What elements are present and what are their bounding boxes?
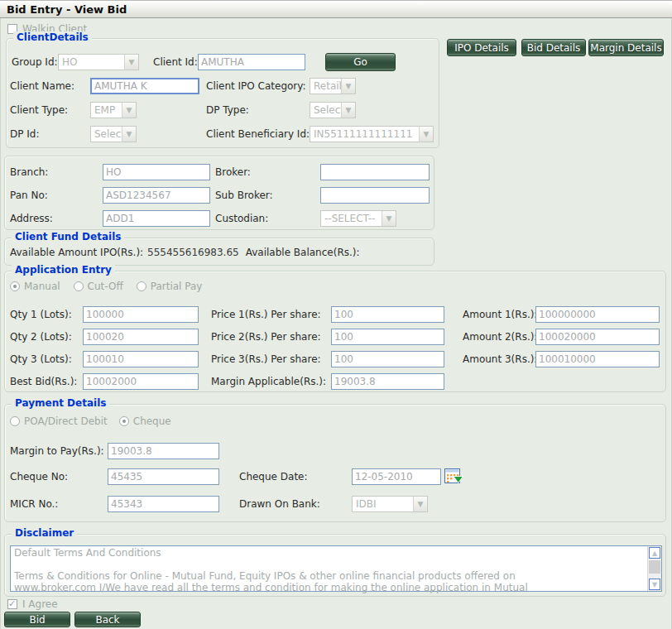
- manual-radio-label: Manual: [24, 281, 60, 292]
- client-beneficiary-id-value: IN55111111111111: [310, 128, 419, 140]
- disclaimer-line: Default Terms And Conditions: [14, 547, 645, 559]
- sub-broker-input[interactable]: [320, 187, 430, 204]
- amount3-input[interactable]: [535, 351, 660, 367]
- dp-type-select[interactable]: Select ▼: [310, 102, 356, 118]
- margin-to-pay-input[interactable]: [108, 443, 219, 459]
- client-id-label: Client Id:: [153, 56, 194, 68]
- disclaimer-scrollbar[interactable]: ▲ ▼: [647, 546, 661, 591]
- bid-button[interactable]: Bid: [4, 612, 70, 627]
- client-type-select[interactable]: EMP ▼: [90, 102, 137, 118]
- margin-details-button[interactable]: Margin Details: [588, 39, 664, 56]
- calendar-icon[interactable]: [444, 468, 463, 484]
- poa-direct-debit-radio[interactable]: [10, 416, 20, 426]
- client-name-input[interactable]: [90, 78, 199, 94]
- disclaimer-textarea[interactable]: Default Terms And Conditions Terms & Con…: [10, 545, 662, 592]
- disclaimer-legend: Disclaimer: [12, 527, 77, 539]
- scroll-up-button[interactable]: ▲: [649, 547, 660, 559]
- drawn-on-bank-select[interactable]: IDBI ▼: [352, 496, 428, 512]
- drawn-on-bank-label: Drawn On Bank:: [239, 498, 352, 510]
- manual-radio[interactable]: [10, 281, 20, 291]
- chevron-down-icon: ▼: [122, 127, 136, 142]
- main-content: Walkin Client IPO Details Bid Details Ma…: [0, 18, 672, 629]
- broker-input[interactable]: [320, 164, 430, 180]
- i-agree-checkbox[interactable]: [7, 599, 17, 609]
- dp-id-label: DP Id:: [10, 128, 90, 140]
- client-fund-details-legend: Client Fund Details: [12, 231, 124, 242]
- qty1-input[interactable]: [83, 306, 199, 323]
- payment-details-legend: Payment Details: [12, 397, 109, 409]
- dp-type-value: Select: [310, 104, 341, 116]
- branch-row: Branch: Broker:: [5, 161, 434, 184]
- qty1-label: Qty 1 (Lots):: [10, 309, 83, 320]
- client-details-section: ClientDetails Group Id: HO ▼ Client Id: …: [6, 38, 439, 148]
- cheque-no-label: Cheque No:: [10, 471, 108, 483]
- scrollbar-thumb[interactable]: [649, 560, 660, 574]
- chevron-down-icon: ▼: [341, 103, 355, 118]
- custodian-select[interactable]: --SELECT-- ▼: [320, 210, 396, 227]
- qty3-input[interactable]: [83, 351, 199, 367]
- amount2-input[interactable]: [535, 329, 660, 345]
- bid-row-1: Qty 1 (Lots): Price 1(Rs.) Per share: Am…: [5, 303, 665, 325]
- broker-label: Broker:: [215, 166, 320, 178]
- best-bid-label: Best Bid(Rs.):: [10, 376, 83, 387]
- branch-input[interactable]: [103, 164, 210, 180]
- chevron-down-icon: ▼: [341, 79, 355, 94]
- margin-applicable-input[interactable]: [331, 373, 444, 390]
- client-type-label: Client Type:: [10, 104, 90, 116]
- amount1-label: Amount 1(Rs.):: [463, 309, 535, 320]
- qty3-label: Qty 3 (Lots):: [10, 353, 83, 365]
- dp-type-label: DP Type:: [206, 104, 310, 116]
- cutoff-radio[interactable]: [74, 281, 84, 291]
- bid-row-3: Qty 3 (Lots): Price 3(Rs.) Per share: Am…: [5, 348, 665, 370]
- client-details-row-4: DP Id: Select ▼ Client Beneficiary Id: I…: [7, 122, 439, 146]
- disclaimer-section: Disclaimer Default Terms And Conditions …: [4, 534, 666, 597]
- margin-to-pay-row: Margin to Pay(Rs.):: [5, 439, 665, 462]
- sub-broker-label: Sub Broker:: [215, 190, 320, 201]
- available-balance-label: Available Balance(Rs.):: [246, 247, 360, 258]
- bid-details-button[interactable]: Bid Details: [521, 39, 586, 56]
- micr-no-input[interactable]: [108, 496, 219, 512]
- ipo-details-button[interactable]: IPO Details: [447, 39, 516, 56]
- qty2-input[interactable]: [83, 329, 199, 345]
- cheque-no-input[interactable]: [108, 468, 219, 485]
- go-button[interactable]: Go: [325, 53, 396, 71]
- client-details-legend: ClientDetails: [13, 31, 92, 43]
- chevron-down-icon: ▼: [413, 497, 427, 511]
- cheque-date-label: Cheque Date:: [239, 471, 352, 483]
- micr-row: MICR No.: Drawn On Bank: IDBI ▼: [5, 492, 665, 515]
- dp-id-select[interactable]: Select ▼: [90, 126, 137, 142]
- best-bid-input[interactable]: [83, 373, 199, 390]
- amount1-input[interactable]: [535, 306, 660, 323]
- cheque-date-input[interactable]: [352, 468, 441, 485]
- client-beneficiary-id-label: Client Beneficiary Id:: [206, 128, 310, 140]
- client-ipo-category-select[interactable]: Retail ▼: [310, 78, 356, 94]
- available-amount-label: Available Amount IPO(Rs.):: [10, 247, 142, 258]
- address-input[interactable]: [103, 210, 210, 227]
- price3-input[interactable]: [331, 351, 444, 367]
- disclaimer-text: Default Terms And Conditions Terms & Con…: [14, 547, 645, 593]
- disclaimer-line: Terms & Conditions for Online - Mutual F…: [14, 570, 645, 582]
- price1-input[interactable]: [331, 306, 444, 323]
- custodian-label: Custodian:: [215, 213, 320, 224]
- client-id-input[interactable]: [198, 54, 305, 70]
- client-details-row-2: Client Name: Client IPO Category: Retail…: [7, 74, 439, 98]
- price1-label: Price 1(Rs.) Per share:: [211, 309, 331, 320]
- cheque-radio[interactable]: [119, 416, 129, 426]
- scroll-down-button[interactable]: ▼: [649, 579, 660, 590]
- client-type-value: EMP: [91, 104, 122, 116]
- cheque-radio-label: Cheque: [133, 415, 171, 427]
- back-button[interactable]: Back: [74, 612, 141, 627]
- client-beneficiary-id-select[interactable]: IN55111111111111 ▼: [310, 126, 434, 142]
- amount2-label: Amount 2(Rs.):: [463, 331, 535, 343]
- micr-no-label: MICR No.:: [10, 498, 108, 510]
- group-id-value: HO: [59, 56, 124, 68]
- branch-details-section: Branch: Broker: Pan No: Sub Broker: Addr…: [4, 156, 434, 230]
- pan-no-label: Pan No:: [10, 190, 103, 201]
- price2-input[interactable]: [331, 329, 444, 345]
- group-id-select[interactable]: HO ▼: [58, 54, 139, 70]
- group-id-label: Group Id:: [12, 56, 58, 68]
- client-ipo-category-value: Retail: [310, 80, 341, 92]
- pan-no-input[interactable]: [103, 187, 210, 204]
- branch-label: Branch:: [10, 166, 103, 178]
- partial-pay-radio[interactable]: [137, 281, 146, 291]
